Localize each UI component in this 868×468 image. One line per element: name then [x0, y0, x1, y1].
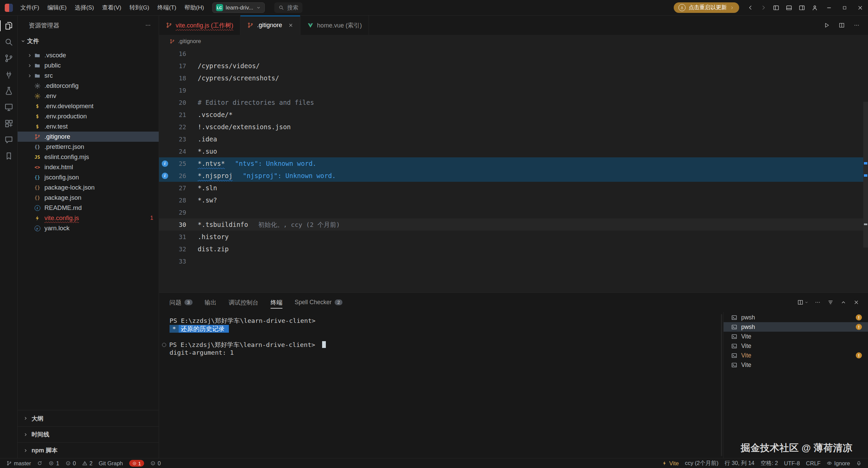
close-window-button[interactable] [852, 0, 868, 15]
code-line-22[interactable]: 22!.vscode/extensions.json [159, 121, 863, 133]
editor-tab-2[interactable]: home.vue (索引) [300, 16, 369, 35]
close-panel-button[interactable] [850, 297, 862, 308]
file-row[interactable]: public [18, 60, 159, 71]
code-line-26[interactable]: i26*.njsproj"njsproj": Unknown word. [159, 170, 863, 182]
status-warnings[interactable]: 2 [79, 459, 96, 468]
split-terminal-button[interactable] [795, 297, 810, 308]
code-line-24[interactable]: 24*.suo [159, 145, 863, 157]
code-line-25[interactable]: i25*.ntvs*"ntvs": Unknown word. [159, 157, 863, 170]
sidebar-section-0[interactable]: 大纲 [18, 410, 159, 426]
editor-tab-1[interactable]: .gitignore [240, 16, 300, 35]
code-line-27[interactable]: 27*.sln [159, 182, 863, 194]
panel-filter-button[interactable] [825, 297, 836, 308]
file-row[interactable]: .vscode [18, 50, 159, 60]
history-selected-item[interactable]: 还原的历史记录 [179, 325, 229, 333]
menu-item-4[interactable]: 转到(G) [125, 0, 154, 15]
file-row[interactable]: {}jsconfig.json [18, 172, 159, 182]
status-git-graph[interactable]: Git Graph [96, 459, 126, 468]
code-line-21[interactable]: 21.vscode/* [159, 109, 863, 121]
terminal-list-item-1[interactable]: pwsh! [724, 322, 868, 332]
status-encoding[interactable]: UTF-8 [781, 459, 803, 468]
menu-item-1[interactable]: 编辑(E) [43, 0, 71, 15]
search-box[interactable]: 搜索 [274, 2, 302, 13]
code-line-23[interactable]: 23.idea [159, 133, 863, 145]
activity-search[interactable] [0, 34, 18, 50]
update-button[interactable]: 点击重启以更新 [674, 2, 739, 13]
account-button[interactable] [808, 0, 821, 15]
navigate-forward-button[interactable] [757, 0, 770, 15]
file-row[interactable]: {}package-lock.json [18, 182, 159, 193]
activity-testing[interactable] [0, 83, 18, 99]
status-errors[interactable]: 1 [45, 459, 62, 468]
status-spell-language[interactable]: Ignore [824, 459, 853, 468]
toggle-panel-button[interactable] [783, 0, 795, 15]
file-row[interactable]: iREADME.md [18, 203, 159, 213]
file-row[interactable]: $.env.development [18, 101, 159, 111]
activity-source-control[interactable] [0, 50, 18, 66]
status-info-count[interactable]: 0 [147, 459, 164, 468]
code-line-33[interactable]: 33 [159, 255, 863, 267]
menu-item-6[interactable]: 帮助(H) [180, 0, 208, 15]
file-row[interactable]: {}.prettierrc.json [18, 142, 159, 152]
file-row[interactable]: $.env.production [18, 111, 159, 121]
file-row[interactable]: {}package.json [18, 193, 159, 203]
split-editor-button[interactable] [835, 19, 848, 32]
status-sync[interactable] [34, 459, 45, 468]
editor-tab-0[interactable]: vite.config.js (工作树) [159, 16, 240, 35]
status-line-blame[interactable]: ccy (2个月前) [682, 459, 722, 468]
status-branch[interactable]: master [3, 459, 34, 468]
code-editor[interactable]: 1617/cypress/videos/18/cypress/screensho… [159, 47, 868, 292]
activity-live-preview[interactable] [0, 99, 18, 115]
code-line-29[interactable]: 29 [159, 206, 863, 218]
status-indentation[interactable]: 空格: 2 [757, 459, 781, 468]
activity-comments[interactable] [0, 132, 18, 148]
overview-ruler[interactable] [863, 47, 868, 292]
status-cursor-position[interactable]: 行 30, 列 14 [722, 459, 757, 468]
code-line-19[interactable]: 19 [159, 84, 863, 96]
code-line-17[interactable]: 17/cypress/videos/ [159, 60, 863, 72]
terminal-list-item-2[interactable]: Vite [724, 332, 868, 341]
navigate-back-button[interactable] [744, 0, 757, 15]
activity-extensions[interactable] [0, 115, 18, 132]
terminal-list-item-4[interactable]: Vite! [724, 351, 868, 360]
file-row[interactable]: vite.config.js1 [18, 213, 159, 223]
status-notifications[interactable] [853, 459, 865, 468]
panel-tab-4[interactable]: Spell Checker2 [295, 293, 342, 312]
status-infos[interactable]: 0 [62, 459, 79, 468]
sidebar-section-2[interactable]: npm 脚本 [18, 442, 159, 458]
panel-tab-0[interactable]: 问题3 [170, 293, 193, 312]
files-section-header[interactable]: 文件 [18, 35, 159, 47]
panel-tab-3[interactable]: 终端 [271, 293, 282, 312]
file-row[interactable]: yyarn.lock [18, 223, 159, 233]
code-line-18[interactable]: 18/cypress/screenshots/ [159, 72, 863, 84]
menu-item-2[interactable]: 选择(S) [71, 0, 98, 15]
toggle-sidebar-button[interactable] [770, 0, 783, 15]
activity-bookmarks[interactable] [0, 148, 18, 164]
panel-tab-1[interactable]: 输出 [205, 293, 217, 312]
breadcrumb[interactable]: .gitignore [159, 35, 868, 47]
file-row[interactable]: src [18, 71, 159, 81]
panel-tab-2[interactable]: 调试控制台 [229, 293, 259, 312]
code-line-30[interactable]: 30*.tsbuildinfo初始化。, ccy (2 个月前) [159, 218, 863, 231]
status-vite[interactable]: Vite [659, 459, 682, 468]
menu-item-5[interactable]: 终端(T) [153, 0, 180, 15]
workspace-switcher[interactable]: LC learn-driv... [212, 2, 265, 13]
terminal-output[interactable]: PS E:\zzdsj\郑好学车\learn-drive-client>*还原的… [159, 312, 723, 458]
maximize-button[interactable] [837, 0, 852, 15]
toggle-secondary-sidebar-button[interactable] [795, 0, 808, 15]
terminal-list-item-5[interactable]: Vite [724, 360, 868, 370]
run-button[interactable] [821, 19, 833, 32]
file-row[interactable]: .gitignore [18, 132, 159, 142]
status-eol[interactable]: CRLF [803, 459, 824, 468]
maximize-panel-button[interactable] [837, 297, 849, 308]
terminal-list-item-0[interactable]: pwsh! [724, 313, 868, 322]
file-row[interactable]: .env [18, 91, 159, 101]
close-tab-icon[interactable] [288, 23, 293, 28]
file-row[interactable]: <>index.html [18, 162, 159, 172]
file-row[interactable]: $.env.test [18, 121, 159, 132]
menu-item-0[interactable]: 文件(F) [16, 0, 43, 15]
status-problem-badge[interactable]: 1 [126, 459, 147, 468]
activity-remote[interactable] [0, 66, 18, 83]
file-row[interactable]: JSeslint.config.mjs [18, 152, 159, 162]
code-line-31[interactable]: 31.history [159, 231, 863, 243]
